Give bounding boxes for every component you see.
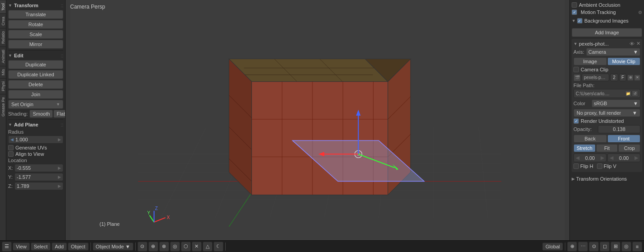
transform-orientations-row[interactable]: ▶ Transform Orientations	[572, 175, 642, 183]
y-field[interactable]: -1.577 ▶	[14, 173, 63, 181]
fit-button[interactable]: Fit	[596, 144, 618, 152]
motion-tracking-row: Motion Tracking ⚙	[572, 9, 642, 15]
radius-left-icon[interactable]: ◀	[10, 137, 14, 142]
crop-button[interactable]: Crop	[618, 144, 640, 152]
right-icon-2[interactable]: ⋯	[578, 242, 588, 252]
viewport-icon-5[interactable]: ⬡	[181, 242, 191, 252]
motion-tracking-checkbox[interactable]	[572, 9, 577, 15]
movie-clip-tab[interactable]: Movie Clip	[607, 57, 641, 65]
y-label: Y:	[8, 174, 14, 180]
file-num-field[interactable]: 2	[610, 74, 618, 81]
mirror-button[interactable]: Mirror	[8, 40, 63, 49]
add-plane-section-header[interactable]: ▼ Add Plane ::	[8, 121, 63, 128]
file-icon-button[interactable]: 🎬	[573, 74, 581, 81]
viewport-icon-4[interactable]: ◎	[170, 242, 180, 252]
axis-select[interactable]: Camera ▼	[586, 48, 640, 56]
viewport[interactable]: Camera Persp	[66, 0, 569, 240]
filepath-value[interactable]: C:\Users\carlo.... 📁 ↺	[573, 89, 640, 98]
right-icon-1[interactable]: ⊕	[567, 242, 577, 252]
side-tab-physi[interactable]: Physi	[0, 78, 6, 94]
duplicate-linked-button[interactable]: Duplicate Linked	[8, 70, 63, 79]
render-undistorted-checkbox[interactable]	[573, 118, 579, 124]
x-right-chevron: ▶	[58, 166, 61, 170]
offset-x-left-icon[interactable]: ◀	[576, 155, 579, 161]
bottom-bar-separator-3	[225, 243, 226, 251]
add-image-button[interactable]: Add Image	[572, 28, 642, 37]
z-field[interactable]: 1.789 ▶	[14, 182, 63, 190]
stretch-button[interactable]: Stretch	[573, 144, 596, 152]
file-action-btn-2[interactable]: ✕	[634, 75, 640, 81]
right-icon-5[interactable]: ⊞	[611, 242, 620, 252]
motion-tracking-gear-icon[interactable]: ⚙	[638, 10, 642, 15]
file-action-btn-1[interactable]: ⊕	[627, 75, 634, 81]
front-button[interactable]: Front	[607, 135, 641, 143]
proxy-row[interactable]: No proxy, full render ▼	[573, 109, 640, 117]
filepath-text: C:\Users\carlo....	[576, 91, 609, 96]
filepath-reload-icon[interactable]: ↺	[632, 90, 638, 97]
side-tab-crea[interactable]: Crea	[0, 14, 6, 28]
right-icon-7[interactable]: ≡	[632, 242, 642, 252]
filepath-buttons: 📁 ↺	[625, 90, 638, 97]
flip-v-checkbox[interactable]	[597, 163, 602, 169]
image-tab[interactable]: Image	[573, 57, 607, 65]
right-icon-6[interactable]: ◎	[621, 242, 631, 252]
object-menu-button[interactable]: Object	[68, 243, 89, 251]
viewport-icon-3[interactable]: ⊗	[159, 242, 169, 252]
add-menu-button[interactable]: Add	[52, 243, 67, 251]
offset-x-right-icon[interactable]: ▶	[601, 155, 604, 161]
view-menu-button[interactable]: View	[13, 243, 30, 251]
rotate-button[interactable]: Rotate	[8, 20, 63, 29]
img-close-icon[interactable]: ✕	[636, 41, 640, 47]
viewport-icon-7[interactable]: △	[203, 242, 213, 252]
flat-button[interactable]: Flat	[53, 110, 65, 118]
menu-icon-button[interactable]: ☰	[2, 242, 12, 252]
radius-field[interactable]: ◀ 1.000 ▶	[8, 135, 63, 144]
offset-y-field[interactable]: ◀ 0.00 ▶	[607, 154, 640, 162]
file-f-field: F	[619, 74, 626, 81]
transform-orientations-triangle: ▶	[572, 177, 575, 181]
right-icon-3[interactable]: ⊙	[589, 242, 599, 252]
duplicate-button[interactable]: Duplicate	[8, 60, 63, 69]
viewport-icon-2[interactable]: ⊕	[148, 242, 158, 252]
color-select[interactable]: sRGB ▼	[592, 99, 640, 107]
side-tab-tool[interactable]: Tool	[0, 0, 6, 14]
join-button[interactable]: Join	[8, 90, 63, 99]
global-select[interactable]: Global	[542, 243, 563, 251]
opacity-field[interactable]: 0.138	[598, 125, 640, 133]
delete-button[interactable]: Delete	[8, 80, 63, 89]
generate-uvs-checkbox[interactable]	[8, 145, 14, 150]
mode-select[interactable]: Object Mode ▼	[93, 243, 133, 251]
scale-button[interactable]: Scale	[8, 30, 63, 39]
side-tab-mis[interactable]: Mis	[0, 66, 6, 78]
background-images-checkbox[interactable]	[577, 18, 582, 23]
viewport-icon-6[interactable]: ✕	[192, 242, 202, 252]
offset-y-right-icon[interactable]: ▶	[635, 155, 638, 161]
x-field[interactable]: -0.555 ▶	[14, 164, 63, 172]
offset-y-left-icon[interactable]: ◀	[610, 155, 613, 161]
back-button[interactable]: Back	[573, 135, 607, 143]
smooth-button[interactable]: Smooth	[29, 110, 53, 118]
right-icon-4[interactable]: ◻	[600, 242, 610, 252]
filepath-folder-icon[interactable]: 📁	[625, 90, 631, 97]
edit-section-header[interactable]: ▼ Edit ::	[8, 52, 63, 59]
align-to-view-checkbox[interactable]	[8, 151, 14, 157]
ambient-occlusion-checkbox[interactable]	[572, 2, 577, 8]
flip-h-checkbox[interactable]	[573, 163, 579, 169]
side-tab-animati[interactable]: Animati	[0, 47, 6, 66]
side-tab-grease[interactable]: Grease Pe	[0, 94, 6, 119]
translate-button[interactable]: Translate	[8, 10, 63, 19]
flip-v-item: Flip V	[597, 163, 616, 169]
camera-clip-checkbox[interactable]	[573, 67, 579, 72]
set-origin-button[interactable]: Set Origin ▼	[8, 100, 63, 109]
edit-triangle: ▼	[8, 53, 12, 58]
offset-x-field[interactable]: ◀ 0.00 ▶	[573, 154, 606, 162]
transform-section-header[interactable]: ▼ Transform ::	[8, 2, 63, 9]
bottom-bar: ☰ View Select Add Object Object Mode ▼ ⊙…	[0, 240, 644, 252]
file-name-field[interactable]: pexels-phot...	[582, 74, 609, 81]
viewport-icon-1[interactable]: ⊙	[137, 242, 147, 252]
img-eye-icon[interactable]: 👁	[630, 41, 635, 47]
radius-right-icon[interactable]: ▶	[58, 137, 61, 142]
side-tab-relatio[interactable]: Relatio	[0, 28, 6, 47]
select-menu-button[interactable]: Select	[31, 243, 51, 251]
viewport-icon-8[interactable]: ☾	[213, 242, 223, 252]
